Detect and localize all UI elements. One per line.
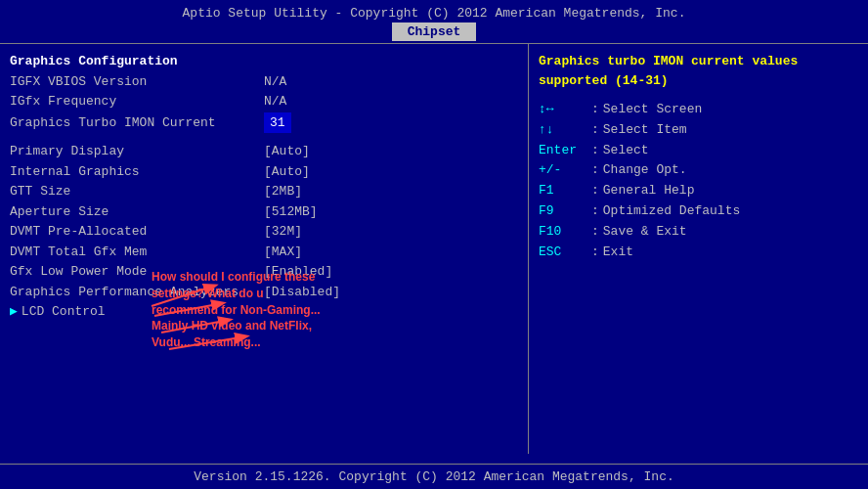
key-arrows-lr: ↕↔ — [539, 100, 587, 120]
footer-text: Version 2.15.1226. Copyright (C) 2012 Am… — [194, 469, 673, 484]
value-graphics-turbo: 31 — [264, 112, 291, 134]
key-desc-esc: Exit — [603, 243, 633, 263]
keyboard-shortcuts: ↕↔ : Select Screen ↑↓ : Select Item Ente… — [539, 100, 858, 262]
key-plusminus-label: +/- — [539, 160, 587, 181]
row-dvmt-total: DVMT Total Gfx Mem [MAX] — [10, 243, 518, 262]
key-f9-label: F9 — [539, 201, 587, 222]
row-graphics-turbo: Graphics Turbo IMON Current 31 — [10, 112, 518, 134]
label-graphics-config: Graphics Configuration — [10, 52, 264, 71]
key-desc-plusminus: Change Opt. — [603, 160, 687, 181]
key-desc-f9: Optimized Defaults — [603, 201, 740, 222]
label-dvmt-pre: DVMT Pre-Allocated — [10, 222, 264, 242]
key-desc-f10: Save & Exit — [603, 222, 687, 243]
value-igfx-vbios: N/A — [264, 72, 286, 92]
footer-bar: Version 2.15.1226. Copyright (C) 2012 Am… — [0, 464, 868, 489]
label-igfx-vbios: IGFX VBIOS Version — [10, 72, 264, 92]
value-dvmt-pre: [32M] — [264, 222, 302, 242]
key-select-screen: ↕↔ : Select Screen — [539, 100, 858, 120]
label-internal-graphics: Internal Graphics — [10, 162, 264, 182]
key-desc-select-screen: Select Screen — [603, 100, 702, 120]
label-aperture-size: Aperture Size — [10, 202, 264, 222]
main-content: Graphics Configuration IGFX VBIOS Versio… — [0, 43, 868, 454]
row-graphics-config: Graphics Configuration — [10, 52, 518, 71]
key-f1-label: F1 — [539, 181, 587, 201]
value-igfx-freq: N/A — [264, 92, 286, 111]
value-aperture-size: [512MB] — [264, 202, 318, 222]
value-primary-display: [Auto] — [264, 142, 310, 161]
right-panel: Graphics turbo IMON current values suppo… — [528, 44, 868, 454]
value-gtt-size: [2MB] — [264, 182, 302, 201]
key-f10-label: F10 — [539, 222, 587, 243]
active-indicator: ▶ — [10, 302, 18, 322]
row-igfx-vbios: IGFX VBIOS Version N/A — [10, 72, 518, 92]
help-text: Graphics turbo IMON current values suppo… — [539, 52, 858, 90]
label-igfx-freq: IGfx Frequency — [10, 92, 264, 111]
tab-chipset[interactable]: Chipset — [392, 22, 477, 41]
value-internal-graphics: [Auto] — [264, 162, 310, 182]
key-desc-select-item: Select Item — [603, 120, 687, 141]
key-f9: F9 : Optimized Defaults — [539, 201, 858, 222]
left-panel: Graphics Configuration IGFX VBIOS Versio… — [0, 44, 528, 454]
user-comment: How should I configure these settings? W… — [152, 269, 323, 351]
key-esc: ESC : Exit — [539, 243, 858, 263]
label-gtt-size: GTT Size — [10, 182, 264, 201]
row-igfx-freq: IGfx Frequency N/A — [10, 92, 518, 111]
header-title: Aptio Setup Utility - Copyright (C) 2012… — [183, 6, 686, 21]
key-desc-enter: Select — [603, 141, 649, 161]
key-plusminus: +/- : Change Opt. — [539, 160, 858, 181]
row-aperture-size: Aperture Size [512MB] — [10, 202, 518, 222]
key-desc-f1: General Help — [603, 181, 695, 201]
tab-bar: Chipset — [0, 22, 868, 43]
key-enter-label: Enter — [539, 141, 587, 161]
row-dvmt-pre: DVMT Pre-Allocated [32M] — [10, 222, 518, 242]
key-arrows-ud: ↑↓ — [539, 120, 587, 141]
value-dvmt-total: [MAX] — [264, 243, 302, 262]
label-graphics-turbo: Graphics Turbo IMON Current — [10, 113, 264, 133]
row-primary-display: Primary Display [Auto] — [10, 142, 518, 161]
row-gtt-size: GTT Size [2MB] — [10, 182, 518, 201]
label-dvmt-total: DVMT Total Gfx Mem — [10, 243, 264, 262]
key-f10: F10 : Save & Exit — [539, 222, 858, 243]
key-enter: Enter : Select — [539, 141, 858, 161]
label-primary-display: Primary Display — [10, 142, 264, 161]
row-internal-graphics: Internal Graphics [Auto] — [10, 162, 518, 182]
key-f1: F1 : General Help — [539, 181, 858, 201]
top-bar: Aptio Setup Utility - Copyright (C) 2012… — [0, 0, 868, 22]
key-esc-label: ESC — [539, 243, 587, 263]
key-select-item: ↑↓ : Select Item — [539, 120, 858, 141]
